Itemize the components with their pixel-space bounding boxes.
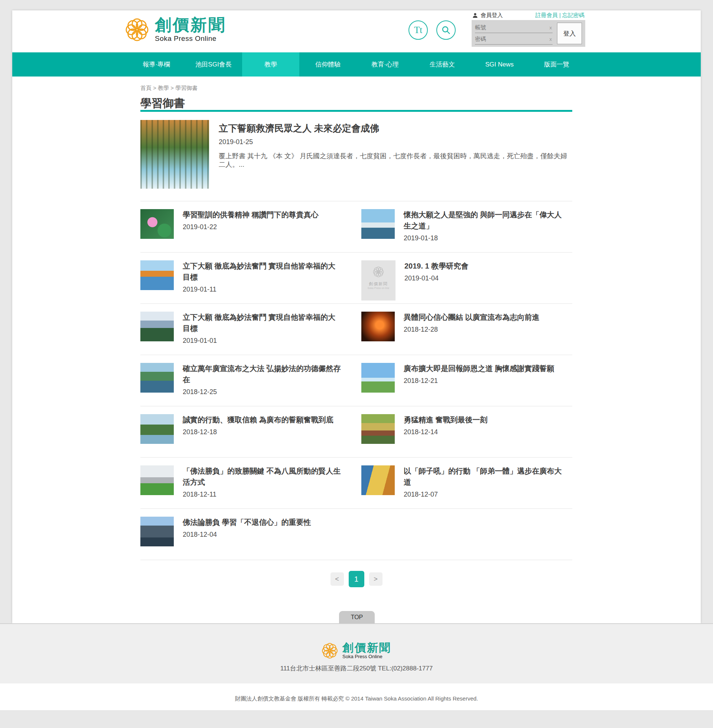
article-item[interactable]: 創價新聞 Soka Press on line 2019. 1 教學研究會 20… [361,260,572,303]
article-date: 2018-12-14 [404,428,488,436]
pagination-next-button[interactable]: > [369,572,382,586]
article-thumbnail[interactable] [361,363,395,392]
back-to-top-button[interactable]: TOP [339,611,375,623]
article-row: 確立萬年廣宣流布之大法 弘揚妙法的功德儼然存在 2018-12-25 廣布擴大即… [140,355,572,406]
article-row: 立下大願 徹底為妙法奮鬥 實現自他皆幸福的大目標 2019-01-01 異體同心… [140,303,572,355]
footer-logo-cn: 創價新聞 [342,642,391,654]
login-header: 會員登入 註冊會員 | 忘記密碼 [471,10,585,20]
nav-item-reports[interactable]: 報導·專欄 [128,52,185,76]
pagination-prev-button[interactable]: < [331,572,344,586]
footer: 創價新聞 Soka Press Online 111台北市士林區至善路二段250… [0,623,713,683]
password-field-wrap: x [475,34,553,45]
article-thumbnail[interactable] [361,312,395,341]
article-item[interactable]: 「佛法勝負」的致勝關鍵 不為八風所動的賢人生活方式 2018-12-11 [140,465,361,509]
login-widget: 會員登入 註冊會員 | 忘記密碼 x x 登入 [471,10,585,47]
register-link[interactable]: 註冊會員 [535,12,558,18]
article-item[interactable]: 異體同心信心團結 以廣宣流布為志向前進 2018-12-28 [361,312,572,355]
lotus-logo-icon [125,18,149,42]
article-thumbnail[interactable] [140,414,174,444]
article-thumbnail[interactable] [361,465,395,495]
article-title[interactable]: 2019. 1 教學研究會 [404,260,468,272]
article-date: 2018-12-04 [183,531,311,539]
footer-logo-en: Soka Press Online [342,654,391,659]
forgot-password-link[interactable]: 忘記密碼 [562,12,585,18]
account-input[interactable] [475,23,542,32]
article-item[interactable]: 立下大願 徹底為妙法奮鬥 實現自他皆幸福的大目標 2019-01-01 [140,312,361,355]
search-icon [441,25,451,35]
password-clear-icon[interactable]: x [549,36,552,42]
article-date: 2018-12-07 [404,491,569,498]
featured-title[interactable]: 立下誓願救濟民眾之人 未來必定會成佛 [219,122,570,134]
article-item[interactable]: 勇猛精進 奮戰到最後一刻 2018-12-14 [361,414,572,457]
article-title[interactable]: 「佛法勝負」的致勝關鍵 不為八風所動的賢人生活方式 [183,465,342,488]
password-input[interactable] [475,34,542,44]
placeholder-logo-cn: 創價新聞 [369,281,388,287]
article-item[interactable]: 廣布擴大即是回報師恩之道 胸懷感謝實踐誓願 2018-12-21 [361,363,572,406]
page-title: 學習御書 [140,97,572,110]
font-size-button[interactable]: Tt [409,21,428,40]
breadcrumb-section[interactable]: 教學 [158,85,169,91]
nav-item-faith-experience[interactable]: 信仰體驗 [299,52,356,76]
article-thumbnail[interactable] [140,465,174,495]
logo-title-cn: 創價新聞 [155,16,226,34]
site-logo[interactable]: 創價新聞 Soka Press Online [125,16,226,43]
featured-article[interactable]: 立下誓願救濟民眾之人 未來必定會成佛 2019-01-25 覆上野書 其十九 《… [140,120,572,189]
article-title[interactable]: 誠實的行動、獲取信賴 為廣布的誓願奮戰到底 [183,414,334,425]
footer-address: 111台北市士林區至善路二段250號 TEL:(02)2888-1777 [0,664,713,673]
article-row: 佛法論勝負 學習「不退信心」的重要性 2018-12-04 [140,509,572,560]
article-title[interactable]: 確立萬年廣宣流布之大法 弘揚妙法的功德儼然存在 [183,363,342,385]
article-list: 學習聖訓的供養精神 稱讚門下的尊貴真心 2019-01-22 懷抱大願之人是堅強… [140,201,572,560]
article-thumbnail[interactable] [140,363,174,392]
article-date: 2019-01-01 [183,337,342,345]
article-item[interactable]: 誠實的行動、獲取信賴 為廣布的誓願奮戰到底 2018-12-18 [140,414,361,457]
article-title[interactable]: 異體同心信心團結 以廣宣流布為志向前進 [404,312,540,323]
article-thumbnail[interactable] [140,260,174,290]
article-title[interactable]: 佛法論勝負 學習「不退信心」的重要性 [183,517,311,528]
breadcrumb: 首頁 > 教學 > 學習御書 [140,85,572,92]
article-title[interactable]: 立下大願 徹底為妙法奮鬥 實現自他皆幸福的大目標 [183,260,342,283]
article-title[interactable]: 勇猛精進 奮戰到最後一刻 [404,414,488,425]
article-date: 2018-12-18 [183,428,334,436]
search-button[interactable] [436,21,456,40]
article-thumbnail[interactable] [140,209,174,239]
article-thumbnail[interactable] [140,312,174,341]
nav-item-sitemap[interactable]: 版面一覽 [528,52,585,76]
article-row: 立下大願 徹底為妙法奮鬥 實現自他皆幸福的大目標 2019-01-11 [140,252,572,303]
pagination: < 1 > [140,571,572,587]
article-item[interactable]: 立下大願 徹底為妙法奮鬥 實現自他皆幸福的大目標 2019-01-11 [140,260,361,303]
article-title[interactable]: 立下大願 徹底為妙法奮鬥 實現自他皆幸福的大目標 [183,312,342,334]
article-thumbnail[interactable] [140,517,174,546]
article-thumbnail-placeholder[interactable]: 創價新聞 Soka Press on line [361,260,395,300]
nav-item-ikeda-sgi[interactable]: 池田SGI會長 [185,52,242,76]
article-title[interactable]: 以「師子吼」的行動 「師弟一體」邁步在廣布大道 [404,465,569,488]
article-thumbnail[interactable] [361,414,395,444]
login-button[interactable]: 登入 [557,23,582,44]
nav-item-education[interactable]: 教育·心理 [356,52,414,76]
footer-logo[interactable]: 創價新聞 Soka Press Online [0,624,713,659]
article-date: 2019-01-18 [404,234,569,242]
pagination-page-1[interactable]: 1 [349,571,364,587]
article-thumbnail[interactable] [361,209,395,239]
article-item[interactable]: 以「師子吼」的行動 「師弟一體」邁步在廣布大道 2018-12-07 [361,465,572,509]
member-icon [472,13,478,18]
article-date: 2018-12-11 [183,491,342,498]
breadcrumb-home[interactable]: 首頁 [140,85,152,91]
nav-item-life-arts[interactable]: 生活藝文 [414,52,471,76]
main-navigation: 報導·專欄 池田SGI會長 教學 信仰體驗 教育·心理 生活藝文 SGI New… [12,52,701,76]
article-item[interactable]: 學習聖訓的供養精神 稱讚門下的尊貴真心 2019-01-22 [140,209,361,252]
featured-thumbnail[interactable] [140,120,209,189]
article-date: 2018-12-28 [404,326,540,334]
article-item[interactable]: 確立萬年廣宣流布之大法 弘揚妙法的功德儼然存在 2018-12-25 [140,363,361,406]
article-item[interactable]: 佛法論勝負 學習「不退信心」的重要性 2018-12-04 [140,517,361,560]
nav-item-teaching[interactable]: 教學 [242,52,299,76]
copyright-bar: 財團法人創價文教基金會 版權所有 轉載必究 © 2014 Taiwan Soka… [0,683,713,710]
article-row: 「佛法勝負」的致勝關鍵 不為八風所動的賢人生活方式 2018-12-11 以「師… [140,457,572,509]
account-clear-icon[interactable]: x [549,25,552,30]
article-title[interactable]: 學習聖訓的供養精神 稱讚門下的尊貴真心 [183,209,319,220]
placeholder-logo-en: Soka Press on line [368,287,389,289]
article-date: 2018-12-21 [404,377,555,385]
article-item[interactable]: 懷抱大願之人是堅強的 與師一同邁步在「偉大人生之道」 2019-01-18 [361,209,572,252]
article-title[interactable]: 廣布擴大即是回報師恩之道 胸懷感謝實踐誓願 [404,363,555,374]
article-title[interactable]: 懷抱大願之人是堅強的 與師一同邁步在「偉大人生之道」 [404,209,569,231]
nav-item-sgi-news[interactable]: SGI News [471,52,528,76]
